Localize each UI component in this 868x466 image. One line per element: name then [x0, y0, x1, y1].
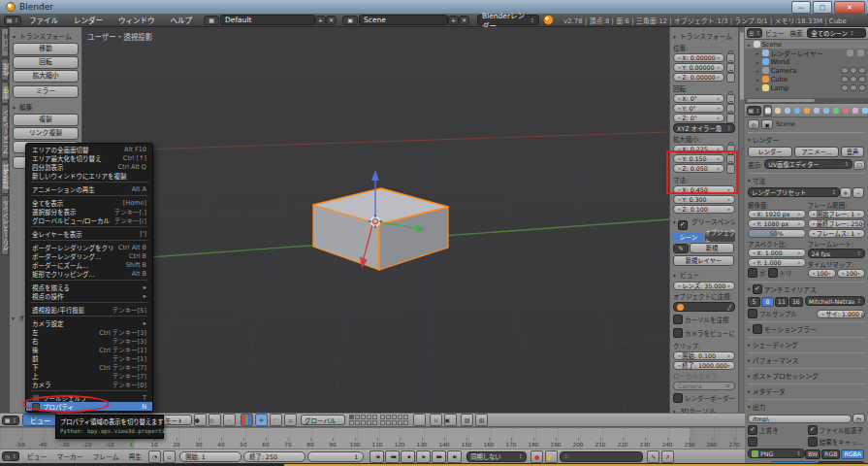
gpencil-scene-tab[interactable]: シーン — [673, 232, 704, 242]
record-icon[interactable]: ● — [530, 450, 543, 463]
file-menu[interactable]: ファイル — [21, 15, 66, 25]
toolshelf-tab-物理演算[interactable]: 物理演算 — [1, 159, 9, 194]
layer-cell[interactable] — [380, 415, 385, 419]
timeline-view-menu[interactable]: ビュー — [22, 451, 51, 461]
outliner-row-World[interactable]: ▸World — [745, 57, 868, 66]
layers-widget[interactable] — [349, 415, 411, 425]
viewport-shading-icon[interactable]: ●↕ — [194, 414, 207, 426]
dimension-y-field[interactable]: Y: 0.300 — [673, 195, 735, 204]
pin-icon[interactable]: ◎ — [748, 119, 759, 129]
layer-cell[interactable] — [403, 415, 408, 419]
layer-cell[interactable] — [349, 420, 354, 425]
lock-cursor-checkbox[interactable] — [673, 315, 683, 324]
motion-blur-panel-header[interactable]: ▸モーションブラー — [748, 321, 865, 334]
lock-icon[interactable] — [726, 73, 735, 83]
editor-type-info-icon[interactable]: ▤↕ — [4, 16, 21, 25]
mirror-button[interactable]: ミラー — [13, 85, 79, 98]
play-button[interactable]: ▶ — [416, 450, 431, 463]
layer-cell[interactable] — [372, 415, 377, 419]
scene-field[interactable]: Scene — [359, 15, 448, 25]
scene-icon[interactable]: ▣ — [342, 16, 358, 25]
rotation-z-field[interactable]: Z: 0° — [673, 114, 724, 122]
full-sample-checkbox[interactable] — [748, 309, 757, 318]
layer-cell[interactable] — [367, 415, 371, 419]
layer-cell[interactable] — [380, 420, 385, 425]
remap-old-field[interactable]: 100 — [808, 269, 836, 278]
remap-new-field[interactable]: 100 — [837, 269, 865, 278]
layer-cell[interactable] — [392, 415, 397, 419]
viewport-3d[interactable]: ユーザー・透視投影 — [82, 27, 669, 413]
timeline-marker-menu[interactable]: マーカー — [51, 451, 87, 461]
motion-blur-checkbox[interactable] — [753, 324, 762, 334]
layer-cell[interactable] — [403, 420, 408, 425]
aa-samples-16[interactable]: 16 — [789, 297, 803, 307]
layer-cell[interactable] — [361, 415, 366, 419]
duplicate-linked-button[interactable]: リンク複製 — [13, 127, 79, 140]
pivot-point-icon[interactable]: ◎↕ — [209, 414, 221, 426]
layer-cell[interactable] — [398, 415, 402, 419]
lens-field[interactable]: レンズ: 35.000 — [673, 282, 735, 290]
properties-tab-render-layers[interactable] — [783, 105, 791, 116]
crop-checkbox[interactable] — [768, 268, 778, 278]
properties-tab-particles[interactable] — [860, 105, 868, 116]
lock-camera-checkbox[interactable] — [673, 328, 683, 338]
expander-icon[interactable]: ▸ — [756, 77, 759, 83]
end-frame-field[interactable]: 終了: 250 — [243, 451, 305, 462]
preview-range-icon[interactable]: ◔ — [148, 450, 161, 463]
color-mode-bw[interactable]: BW — [805, 449, 820, 459]
rotation-y-field[interactable]: Y: 0° — [673, 104, 724, 113]
lock-icon[interactable] — [726, 114, 735, 123]
manipulator-toggle-icon[interactable] — [241, 414, 253, 426]
preset-remove-button[interactable]: - — [852, 187, 864, 198]
gpencil-object-tab[interactable]: オブジェクト — [705, 232, 736, 242]
npanel-transform-header[interactable]: ▾ トランスフォーム — [673, 31, 735, 41]
menu-item[interactable]: 透視投影/平行投影テンキー[5] — [26, 305, 152, 314]
current-frame-field[interactable]: 1 — [307, 451, 364, 462]
outliner-row-Camera[interactable]: ▸Camera — [745, 66, 868, 75]
screen-layout-field[interactable]: Default — [220, 15, 315, 25]
properties-tab-material[interactable] — [841, 105, 850, 116]
rotation-x-field[interactable]: X: 0° — [673, 94, 724, 103]
scene-add-icon[interactable]: + — [448, 16, 459, 25]
menu-item[interactable]: 新しいウィンドウにエリアを複製 — [26, 171, 152, 180]
frame-step-field[interactable]: フレームス: 1 — [808, 229, 866, 238]
cache-result-checkbox[interactable] — [808, 437, 818, 447]
new-layer-button[interactable]: 新規レイヤー — [673, 255, 734, 266]
pencil-icon[interactable]: ✎ — [673, 244, 689, 253]
keying-set-field[interactable]: ⚿ — [560, 451, 643, 462]
dimension-z-field[interactable]: Z: 0.100 — [673, 205, 735, 214]
maximize-button[interactable]: ▢ — [813, 1, 832, 14]
gpencil-new-button[interactable]: 新規 — [690, 243, 734, 253]
properties-tab-render[interactable] — [763, 105, 772, 116]
toolshelf-tab-グリースペンシル[interactable]: グリースペンシル — [1, 195, 9, 255]
layer-cell[interactable] — [372, 420, 377, 425]
layer-cell[interactable] — [367, 420, 371, 425]
outliner-row-Lamp[interactable]: ▸Lamp — [745, 83, 868, 92]
eye-icon[interactable] — [841, 67, 849, 74]
prev-keyframe-button[interactable]: ◀◀ — [385, 450, 400, 463]
operator-panel-header[interactable]: ▾ オペレーター — [12, 313, 26, 322]
color-mode-rgb[interactable]: RGB — [821, 449, 840, 459]
outliner-row-レンダーレイヤー[interactable]: ▸レンダーレイヤー — [745, 49, 868, 57]
rotate-button[interactable]: 回転 — [13, 56, 79, 69]
next-keyframe-button[interactable]: ▶▶ — [432, 450, 446, 463]
editor-type-3d-icon[interactable]: ▦↕ — [2, 416, 19, 425]
screen-layout-icon[interactable]: ▦ — [204, 16, 219, 25]
render-animation-button[interactable]: アニメー... — [794, 147, 839, 157]
start-frame-field[interactable]: 開始: 1 — [179, 451, 241, 462]
eye-icon[interactable] — [841, 84, 849, 91]
window-menu[interactable]: ウィンドウ — [111, 15, 163, 25]
eye-icon[interactable] — [841, 76, 849, 83]
properties-tab-world[interactable] — [792, 105, 801, 116]
layer-cell[interactable] — [398, 420, 402, 425]
aspect-y-field[interactable]: Y: 1.000 — [748, 258, 806, 267]
clip-start-field[interactable]: 開始: 0.100 — [673, 351, 735, 360]
color-mode-rgba[interactable]: RGBA — [841, 449, 864, 459]
jump-end-button[interactable]: ▶| — [447, 450, 462, 463]
jump-start-button[interactable]: |◀ — [370, 450, 384, 463]
properties-tab-object[interactable] — [802, 105, 811, 116]
render-still-button[interactable]: レンダー — [748, 147, 792, 157]
render-icon[interactable] — [858, 84, 866, 91]
menu-item[interactable]: アニメーションの再生Alt A — [26, 184, 152, 193]
timeline-playback-menu[interactable]: 再生 — [124, 451, 147, 461]
